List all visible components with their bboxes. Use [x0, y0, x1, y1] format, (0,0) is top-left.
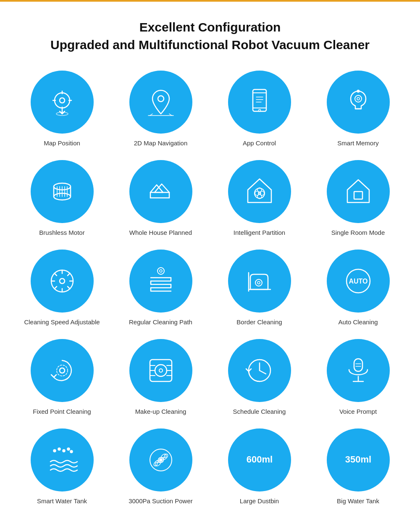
feature-single-room: Single Room Mode — [313, 160, 403, 237]
svg-point-86 — [70, 450, 73, 453]
make-up-icon-circle — [129, 339, 192, 402]
svg-point-58 — [257, 281, 260, 284]
cleaning-speed-icon-circle — [31, 250, 94, 313]
make-up-icon — [144, 354, 178, 387]
svg-line-53 — [54, 286, 57, 289]
svg-point-82 — [53, 449, 56, 452]
auto-cleaning-label: Auto Cleaning — [338, 318, 378, 326]
cleaning-speed-icon — [45, 264, 79, 298]
suction-icon-circle — [129, 428, 192, 491]
feature-big-tank: 350ml Big Water Tank — [313, 428, 403, 505]
make-up-label: Make-up Cleaning — [135, 407, 186, 416]
svg-line-52 — [68, 273, 70, 276]
dustbin-label: Large Dustbin — [240, 497, 279, 505]
big-tank-label: Big Water Tank — [337, 497, 379, 505]
border-cleaning-label: Border Cleaning — [236, 318, 282, 326]
brushless-motor-icon-circle — [31, 160, 94, 223]
svg-line-76 — [260, 371, 266, 374]
smart-memory-icon — [341, 85, 375, 119]
big-tank-icon-circle: 350ml — [327, 428, 390, 491]
svg-point-42 — [258, 192, 261, 194]
fixed-point-icon — [45, 354, 79, 387]
dustbin-icon-circle: 600ml — [228, 428, 291, 491]
svg-rect-43 — [354, 192, 362, 199]
map-position-icon — [45, 85, 79, 119]
water-tank-icon-circle — [31, 428, 94, 491]
voice-icon — [341, 354, 375, 387]
svg-line-50 — [54, 273, 57, 276]
auto-cleaning-icon-circle: AUTO — [327, 250, 390, 313]
svg-point-0 — [55, 93, 70, 108]
feature-dustbin: 600ml Large Dustbin — [214, 428, 304, 505]
feature-brushless-motor: Brushless Motor — [17, 160, 107, 237]
single-room-icon — [341, 175, 375, 208]
features-grid: Map Position 2D Map Navigation — [17, 71, 403, 505]
svg-point-64 — [57, 365, 68, 376]
whole-house-label: Whole House Planned — [129, 228, 192, 237]
map-position-icon-circle — [31, 71, 94, 134]
dustbin-icon: 600ml — [243, 443, 276, 477]
schedule-label: Schedule Cleaning — [233, 407, 286, 416]
schedule-icon — [243, 354, 276, 387]
app-control-icon — [243, 85, 276, 119]
map-position-label: Map Position — [44, 139, 80, 147]
app-control-icon-circle — [228, 71, 291, 134]
feature-intelligent-partition: Intelligent Partition — [214, 160, 304, 237]
water-tank-label: Smart Water Tank — [37, 497, 87, 505]
auto-cleaning-icon: AUTO — [341, 264, 375, 298]
2d-map-icon-circle — [129, 71, 192, 134]
svg-point-66 — [155, 365, 167, 376]
app-control-label: App Control — [243, 139, 276, 147]
fixed-point-icon-circle — [31, 339, 94, 402]
svg-point-8 — [158, 96, 164, 102]
suction-icon — [144, 443, 178, 477]
svg-point-89 — [160, 459, 162, 461]
intelligent-partition-icon-circle — [228, 160, 291, 223]
feature-regular-path: Regular Cleaning Path — [116, 250, 206, 326]
smart-memory-icon-circle — [327, 71, 390, 134]
whole-house-icon-circle — [129, 160, 192, 223]
feature-schedule: Schedule Cleaning — [214, 339, 304, 416]
schedule-icon-circle — [228, 339, 291, 402]
voice-label: Voice Prompt — [339, 407, 377, 416]
svg-point-54 — [158, 268, 164, 274]
2d-map-icon — [144, 85, 178, 119]
border-cleaning-icon-circle — [228, 250, 291, 313]
svg-point-15 — [258, 110, 260, 112]
svg-line-51 — [68, 286, 70, 289]
intelligent-partition-icon — [243, 175, 276, 208]
svg-point-1 — [60, 98, 65, 103]
feature-whole-house: Whole House Planned — [116, 160, 206, 237]
svg-text:350ml: 350ml — [345, 454, 371, 465]
whole-house-icon — [144, 175, 178, 208]
voice-icon-circle — [327, 339, 390, 402]
regular-path-icon — [144, 264, 178, 298]
svg-point-84 — [63, 449, 65, 452]
suction-label: 3000Pa Suction Power — [129, 497, 193, 505]
single-room-icon-circle — [327, 160, 390, 223]
feature-make-up: Make-up Cleaning — [116, 339, 206, 416]
cleaning-speed-label: Cleaning Speed Adjustable — [24, 318, 100, 326]
smart-memory-label: Smart Memory — [337, 139, 378, 147]
svg-point-19 — [355, 95, 362, 102]
big-tank-icon: 350ml — [341, 443, 375, 477]
svg-point-20 — [357, 97, 360, 100]
2d-map-label: 2D Map Navigation — [134, 139, 188, 147]
svg-point-45 — [60, 279, 65, 284]
intelligent-partition-label: Intelligent Partition — [234, 228, 285, 237]
brushless-motor-label: Brushless Motor — [39, 228, 84, 237]
svg-text:600ml: 600ml — [246, 454, 272, 465]
svg-point-63 — [60, 368, 65, 373]
single-room-label: Single Room Mode — [331, 228, 385, 237]
feature-2d-map: 2D Map Navigation — [116, 71, 206, 147]
svg-point-85 — [67, 448, 70, 450]
fixed-point-label: Fixed Point Cleaning — [33, 407, 91, 416]
page-header: Excellent Configuration Upgraded and Mul… — [50, 18, 370, 54]
svg-text:AUTO: AUTO — [349, 278, 368, 285]
feature-fixed-point: Fixed Point Cleaning — [17, 339, 107, 416]
feature-auto-cleaning: AUTO Auto Cleaning — [313, 250, 403, 326]
regular-path-label: Regular Cleaning Path — [129, 318, 192, 326]
svg-point-55 — [160, 270, 162, 272]
svg-point-21 — [357, 90, 359, 92]
feature-map-position: Map Position — [17, 71, 107, 147]
